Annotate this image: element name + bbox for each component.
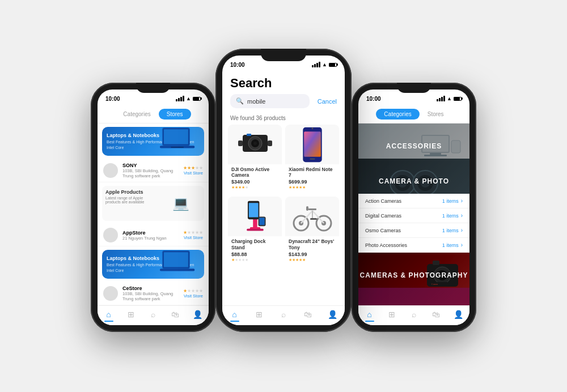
- center-nav-cart[interactable]: 🛍: [303, 309, 313, 319]
- tab-categories[interactable]: Categories: [115, 109, 158, 120]
- right-nav-grid[interactable]: ⊞: [387, 309, 397, 319]
- left-nav-user[interactable]: 👤: [192, 309, 202, 319]
- subcategory-digital-cameras[interactable]: Digital Cameras 1 items ›: [358, 208, 469, 223]
- results-count: We found 36 products: [222, 112, 345, 125]
- subcategory-osmo-arrow: ›: [461, 227, 463, 233]
- subcategory-action-name: Action Cameras: [365, 198, 401, 204]
- laptop-svg-1: [160, 127, 200, 156]
- vendor-appstore-visit[interactable]: Visit Store: [183, 235, 203, 240]
- center-phone: 10:00 ▲ Search 🔍 mo: [215, 49, 352, 332]
- product-card-xiaomi[interactable]: Xiaomi Redmi Note 7 $699.99 ★★★★★: [285, 125, 339, 193]
- svg-rect-24: [259, 218, 264, 225]
- left-nav-search[interactable]: ⌕: [148, 309, 158, 319]
- svg-rect-3: [171, 147, 184, 148]
- subcategory-photo-right: 1 items ›: [442, 242, 463, 248]
- product-stars-dji: ★★★★★: [231, 185, 278, 190]
- product-info-dock: Charging Dock Stand $88.88 ★★★★★: [228, 236, 282, 265]
- center-time: 10:00: [230, 62, 245, 68]
- svg-point-16: [311, 127, 313, 129]
- right-time: 10:00: [366, 96, 381, 102]
- left-phone: 10:00 ▲ Categories Stores: [91, 83, 215, 332]
- vendor-cestore-visit[interactable]: Visit Store: [183, 293, 203, 299]
- left-nav-grid[interactable]: ⊞: [126, 309, 136, 319]
- cameras-photography-overlay: CAMERAS & PHOTOGRAPHY: [358, 253, 469, 288]
- product-stars-xiaomi: ★★★★★: [289, 185, 336, 190]
- right-nav-search[interactable]: ⌕: [409, 309, 419, 319]
- vendor-sony-right: ★★★★★ Visit Store: [183, 165, 203, 176]
- left-nav-cart[interactable]: 🛍: [170, 309, 180, 319]
- category-accessories-block[interactable]: ACCESSORIES: [358, 123, 469, 159]
- right-screen-content: ACCESSORIES: [358, 123, 469, 305]
- cameras-photography-bg: Canon CAMERAS & PHOTOGRAPHY: [358, 253, 469, 288]
- right-nav-home[interactable]: ⌂: [365, 309, 375, 319]
- right-bottom-nav: ⌂ ⊞ ⌕ 🛍 👤: [358, 305, 469, 325]
- right-phone-screen: 10:00 ▲ Categories Stores: [358, 90, 469, 325]
- category-camera-block[interactable]: CAMERA & PHOTO: [358, 159, 469, 194]
- search-input[interactable]: mobile: [247, 98, 304, 105]
- center-phone-notch: [261, 49, 306, 61]
- subcategory-osmo-cameras[interactable]: Osmo Cameras 1 items ›: [358, 223, 469, 238]
- apple-sub: Latest range of Apple products are avail…: [105, 196, 158, 204]
- vendor-appstore-stars: ★★★★★: [183, 230, 203, 235]
- search-cancel-button[interactable]: Cancel: [318, 98, 337, 105]
- left-wifi-icon: ▲: [186, 96, 191, 101]
- search-bar[interactable]: 🔍 mobile: [230, 94, 310, 108]
- left-tabs-row: Categories Stores: [98, 105, 209, 123]
- right-battery-icon: [454, 97, 462, 101]
- svg-rect-17: [310, 158, 315, 159]
- vendor-sony-addr: 103B, SBI Building, Quang Trung software…: [122, 168, 183, 178]
- camera-bg: CAMERA & PHOTO: [358, 159, 469, 194]
- banner-1-bg: Laptops & Notebooks Best Features & High…: [102, 127, 204, 156]
- tab-stores[interactable]: Stores: [159, 109, 191, 120]
- right-nav-cart[interactable]: 🛍: [431, 309, 441, 319]
- product-name-xiaomi: Xiaomi Redmi Note 7: [289, 167, 336, 178]
- left-nav-home[interactable]: ⌂: [104, 309, 114, 319]
- right-phone: 10:00 ▲ Categories Stores: [352, 83, 476, 332]
- center-nav-home[interactable]: ⌂: [230, 309, 240, 319]
- svg-rect-1: [164, 129, 188, 144]
- center-phone-screen: 10:00 ▲ Search 🔍 mo: [222, 56, 345, 325]
- svg-rect-6: [160, 269, 194, 271]
- camera-label: CAMERA & PHOTO: [379, 177, 449, 185]
- clothing-bg: CLOTHING & APPAREL: [358, 288, 469, 305]
- vendor-appstore-right: ★★★★★ Visit Store: [183, 230, 203, 240]
- svg-rect-15: [304, 131, 321, 157]
- left-signal-icon: [176, 96, 184, 101]
- subcategory-photo-accessories[interactable]: Photo Accessories 1 items ›: [358, 238, 469, 253]
- banner-laptops-1[interactable]: Laptops & Notebooks Best Features & High…: [102, 127, 204, 156]
- right-phone-notch: [397, 83, 431, 93]
- subcategory-osmo-name: Osmo Cameras: [365, 228, 401, 233]
- right-nav-user[interactable]: 👤: [453, 309, 463, 319]
- right-tab-stores[interactable]: Stores: [420, 109, 452, 120]
- product-card-bike[interactable]: Dynacraft 24" Boys' Tony $143.99 ★★★★★: [285, 197, 339, 265]
- left-bottom-nav: ⌂ ⊞ ⌕ 🛍 👤: [98, 305, 209, 325]
- product-stars-bike: ★★★★★: [289, 258, 336, 262]
- vendor-sony-avatar: [103, 163, 118, 178]
- center-nav-user[interactable]: 👤: [327, 309, 337, 319]
- center-nav-search[interactable]: ⌕: [278, 309, 289, 319]
- center-battery-icon: [329, 63, 337, 67]
- center-bottom-nav: ⌂ ⊞ ⌕ 🛍 👤: [222, 305, 345, 325]
- category-cameras-photography-block[interactable]: Canon CAMERAS & PHOTOGRAPHY: [358, 253, 469, 288]
- product-card-dji[interactable]: DJI Osmo Active Camera $349.00 ★★★★★: [228, 125, 282, 193]
- subcategory-digital-right: 1 items ›: [442, 212, 463, 219]
- subcategory-photo-name: Photo Accessories: [365, 242, 407, 248]
- left-phone-screen: 10:00 ▲ Categories Stores: [98, 90, 209, 325]
- center-wifi-icon: ▲: [322, 62, 327, 67]
- vendor-sony-visit[interactable]: Visit Store: [183, 171, 203, 176]
- accessories-label: ACCESSORIES: [386, 142, 442, 150]
- vendor-cestore-info: CeStore 103B, SBI Building, Quang Trung …: [122, 286, 183, 301]
- subcategory-action-cameras[interactable]: Action Cameras 1 items ›: [358, 194, 469, 208]
- center-status-icons: ▲: [312, 62, 337, 67]
- product-card-dock[interactable]: Charging Dock Stand $88.88 ★★★★★: [228, 197, 282, 265]
- category-clothing-block[interactable]: CLOTHING & APPAREL: [358, 288, 469, 305]
- right-status-icons: ▲: [437, 96, 462, 101]
- vendor-cestore-avatar: [103, 286, 118, 301]
- banner-laptops-2[interactable]: Laptops & Notebooks Best Features & High…: [102, 250, 204, 279]
- center-nav-grid[interactable]: ⊞: [254, 309, 264, 319]
- right-signal-icon: [437, 96, 445, 101]
- svg-point-10: [253, 142, 257, 145]
- product-img-dock: [228, 197, 282, 236]
- apple-img: 💻: [161, 189, 201, 218]
- right-tab-categories[interactable]: Categories: [376, 109, 419, 120]
